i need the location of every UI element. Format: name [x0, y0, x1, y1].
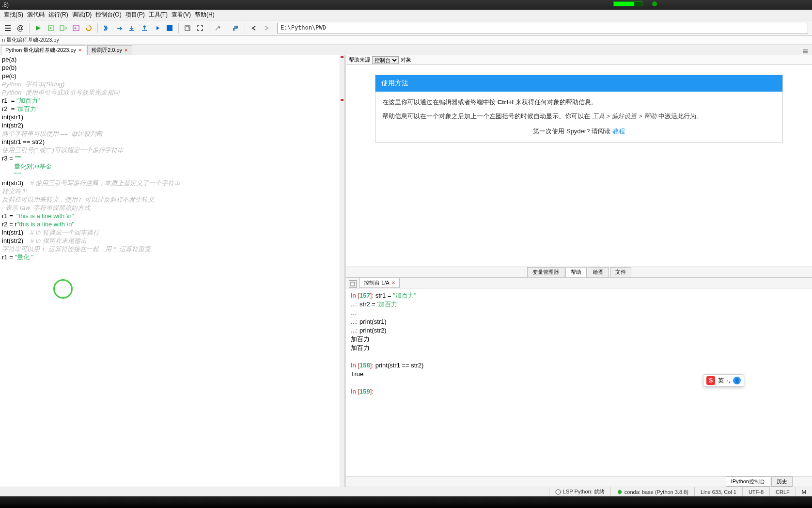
code-line: r1 = "加百力"	[2, 96, 344, 105]
code-line: 使用三引号('''或""")可以指定一个多行字符串	[2, 146, 344, 154]
tab-menu-icon[interactable]	[799, 46, 811, 57]
console-bottom-tabs: IPython控制台 历史	[346, 476, 812, 487]
tab-plots[interactable]: 绘图	[588, 267, 609, 277]
code-line: · 表示 raw 字符串保留原始方式	[2, 204, 344, 212]
console-tab[interactable]: 控制台 1/A✕	[359, 278, 400, 288]
help-line-1: 在这里你可以通过在编辑器或者终端中按 Ctrl+I 来获得任何对象的帮助信息。	[382, 97, 776, 108]
tab-history[interactable]: 历史	[771, 476, 793, 487]
close-icon[interactable]: ✕	[391, 280, 395, 286]
run-icon[interactable]	[32, 22, 44, 34]
menu-run[interactable]: 运行(R)	[47, 10, 70, 20]
menu-tools[interactable]: 工具(T)	[147, 10, 170, 20]
continue-icon[interactable]	[151, 22, 163, 34]
code-line: r3 = """	[2, 154, 344, 162]
svg-rect-1	[60, 26, 64, 31]
ime-sep: ·,	[727, 377, 730, 384]
help-line-3: 第一次使用 Spyder? 请阅读 教程	[382, 127, 776, 137]
step-over-icon[interactable]	[113, 22, 125, 34]
title-text: .8)	[0, 1, 9, 8]
tab-files[interactable]: 文件	[610, 267, 631, 277]
menu-view[interactable]: 查看(V)	[170, 10, 193, 20]
code-line: Python 使用单引号或双引号效果完全相同	[2, 88, 344, 96]
console-line: In [158]: print(str1 == str2)	[351, 361, 807, 370]
console-tab-label: 控制台 1/A	[364, 279, 390, 286]
stop-debug-icon[interactable]	[164, 22, 175, 34]
menu-project[interactable]: 项目(P)	[124, 10, 147, 20]
svg-point-7	[556, 490, 561, 494]
ime-toolbar[interactable]: S 英 ·, 👤	[703, 374, 744, 387]
path-input[interactable]: E:\Python\PWD	[277, 23, 808, 33]
menu-console[interactable]: 控制台(O)	[94, 10, 123, 20]
menubar: 查找(S) 源代码 运行(R) 调试(D) 控制台(O) 项目(P) 工具(T)…	[0, 10, 812, 20]
python-icon[interactable]	[230, 22, 242, 34]
code-line: int(str3) # 使用三引号写多行注释，本质上是定义了一个字符串	[2, 179, 344, 187]
menu-find[interactable]: 查找(S)	[2, 10, 25, 20]
run-cell-advance-icon[interactable]	[58, 22, 69, 34]
status-eol[interactable]: CRLF	[769, 487, 796, 496]
help-title: 使用方法	[375, 75, 782, 92]
console-line: ...: print(str1)	[351, 318, 807, 326]
status-position[interactable]: Line 633, Col 1	[694, 487, 742, 496]
step-out-icon[interactable]	[139, 22, 150, 34]
close-icon[interactable]: ✕	[78, 48, 82, 53]
ime-account-icon[interactable]: 👤	[733, 377, 741, 384]
code-line: r1 = "this is a line with \n"	[2, 212, 344, 220]
breadcrumb: n 量化编程基础-2023.py	[0, 36, 812, 45]
status-lsp[interactable]: LSP Python: 就绪	[549, 487, 610, 496]
status-encoding[interactable]: UTF-8	[742, 487, 769, 496]
help-toolbar: 帮助来源 控制台 对象	[346, 55, 812, 65]
tab-label: 粉刷匠2.0.py	[92, 47, 122, 54]
tab-file-2[interactable]: 粉刷匠2.0.py✕	[87, 45, 132, 55]
console-line: ...: str2 = '加百力'	[351, 300, 807, 309]
close-icon[interactable]: ✕	[124, 48, 128, 53]
menu-source[interactable]: 源代码	[25, 10, 47, 20]
rerun-icon[interactable]	[83, 22, 94, 34]
preferences-icon[interactable]	[212, 22, 224, 34]
menu-help[interactable]: 帮助(H)	[193, 10, 217, 20]
menu-debug[interactable]: 调试(D)	[70, 10, 94, 20]
header-progress	[613, 1, 642, 6]
console-line: In [157]: str1 = "加百力"	[351, 291, 807, 300]
console-tabbar: 控制台 1/A✕	[346, 278, 812, 288]
forward-icon[interactable]	[261, 22, 272, 34]
fullscreen-icon[interactable]	[194, 22, 206, 34]
tutorial-link[interactable]: 教程	[612, 127, 625, 135]
tab-file-1[interactable]: Python 量化编程基础-2023.py✕	[1, 45, 86, 55]
editor-tabs: Python 量化编程基础-2023.py✕ 粉刷匠2.0.py✕	[0, 45, 812, 55]
back-icon[interactable]	[248, 22, 260, 34]
tab-help[interactable]: 帮助	[565, 267, 587, 277]
tab-label: Python 量化编程基础-2023.py	[5, 47, 76, 54]
list-icon[interactable]	[2, 22, 14, 34]
maximize-icon[interactable]	[182, 22, 193, 34]
tab-ipython[interactable]: IPython控制台	[726, 476, 770, 487]
help-source-select[interactable]: 控制台	[372, 56, 399, 64]
os-taskbar[interactable]	[0, 496, 812, 508]
code-editor[interactable]: pe(a)pe(b)pe(c)Python 字符串(String)Python …	[0, 55, 344, 487]
status-conda[interactable]: conda: base (Python 3.8.8)	[610, 487, 694, 496]
ime-logo-icon[interactable]: S	[706, 376, 715, 385]
code-line: int(str2)	[2, 121, 344, 129]
help-object-label: 对象	[401, 56, 411, 64]
code-line: int(str2) # \n 保留在末尾输出	[2, 237, 344, 245]
console-output: 加百力	[351, 344, 807, 352]
code-line: int(str1 == str2)	[2, 138, 344, 146]
run-selection-icon[interactable]	[70, 22, 82, 34]
right-tabs: 变量管理器 帮助 绘图 文件	[346, 267, 812, 278]
code-line: 转义符 '\'	[2, 187, 344, 195]
debug-icon[interactable]	[101, 22, 112, 34]
code-line: pe(b)	[2, 64, 344, 72]
console-line: ...:	[351, 309, 807, 318]
tab-variables[interactable]: 变量管理器	[527, 267, 564, 277]
console-output: 加百力	[351, 335, 807, 344]
scrollbar-marks[interactable]	[340, 55, 344, 487]
step-into-icon[interactable]	[126, 22, 138, 34]
code-line: pe(a)	[2, 55, 344, 64]
at-icon[interactable]: @	[15, 22, 26, 34]
run-cell-icon[interactable]	[45, 22, 57, 34]
status-mem[interactable]: M	[796, 487, 812, 496]
code-line: 两个字符串可以使用 == 做比较判断	[2, 129, 344, 138]
console-pane-icon[interactable]	[349, 280, 357, 288]
ime-lang[interactable]: 英	[718, 377, 724, 385]
code-line: int(str1)	[2, 113, 344, 121]
code-line: """	[2, 171, 344, 179]
